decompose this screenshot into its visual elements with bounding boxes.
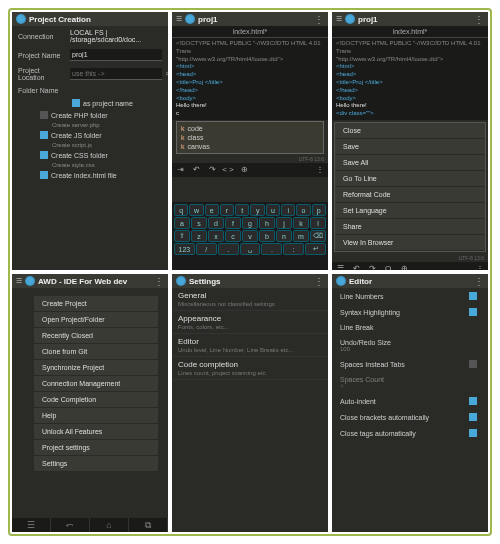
keyboard-key[interactable]: e (205, 204, 219, 216)
keyboard-key[interactable]: i (281, 204, 295, 216)
overflow-icon[interactable]: ⋮ (314, 276, 324, 287)
auto-indent-checkbox[interactable] (469, 397, 477, 405)
menu-item[interactable]: Unlock All Features (34, 424, 158, 440)
tab-icon[interactable]: ☰ (333, 263, 347, 270)
keyboard-key[interactable]: s (191, 217, 207, 229)
settings-item[interactable]: AppearanceFonts, colors, etc... (172, 311, 328, 334)
keyboard-key[interactable]: ⇧ (174, 230, 190, 242)
keyboard-key[interactable]: ␣ (240, 243, 261, 255)
keyboard-key[interactable]: n (276, 230, 292, 242)
menu-item[interactable]: Clone from Git (34, 344, 158, 360)
add-icon[interactable]: ⊕ (397, 263, 411, 270)
keyboard-key[interactable]: y (250, 204, 264, 216)
context-menu-item[interactable]: Save All (335, 155, 485, 171)
menu-item[interactable]: Create Project (34, 296, 158, 312)
keyboard-key[interactable]: h (259, 217, 275, 229)
keyboard-key[interactable]: g (242, 217, 258, 229)
keyboard-key[interactable]: a (174, 217, 190, 229)
spaces-tabs-checkbox[interactable] (469, 360, 477, 368)
keyboard-key[interactable]: u (266, 204, 280, 216)
keyboard-key[interactable]: v (242, 230, 258, 242)
autocomplete-item[interactable]: kcode (179, 124, 321, 133)
file-tab[interactable]: index.html* (172, 26, 328, 38)
keyboard-key[interactable]: . (218, 243, 239, 255)
menu-icon[interactable]: ☰ (336, 15, 342, 23)
keyboard-key[interactable]: ↵ (305, 243, 326, 255)
context-menu-item[interactable]: Share (335, 219, 485, 235)
undo-icon[interactable]: ↶ (349, 263, 363, 270)
menu-icon[interactable]: ☰ (16, 277, 22, 285)
keyboard-key[interactable]: o (296, 204, 310, 216)
keyboard-key[interactable]: c (225, 230, 241, 242)
keyboard-key[interactable]: 123 (174, 243, 195, 255)
more-icon[interactable]: ⋮ (473, 263, 487, 270)
menu-icon[interactable]: ☰ (176, 15, 182, 23)
overflow-icon[interactable]: ⋮ (154, 276, 164, 287)
line-break-label[interactable]: Line Break (340, 324, 373, 331)
close-tags-checkbox[interactable] (469, 429, 477, 437)
overflow-icon[interactable]: ⋮ (474, 14, 484, 25)
add-icon[interactable]: ⊕ (237, 164, 251, 176)
close-brackets-checkbox[interactable] (469, 413, 477, 421)
settings-item[interactable]: Code completionLines count, project scan… (172, 357, 328, 380)
nav-home-icon[interactable]: ⌂ (90, 518, 129, 532)
overflow-icon[interactable]: ⋮ (314, 14, 324, 25)
search-icon[interactable]: ⌕ (166, 69, 168, 79)
keyboard-key[interactable]: . (261, 243, 282, 255)
code-editor[interactable]: <!DOCTYPE HTML PUBLIC "-//W3C//DTD HTML … (172, 38, 328, 120)
keyboard-key[interactable]: b (259, 230, 275, 242)
keyboard-key[interactable]: l (310, 217, 326, 229)
keyboard-key[interactable]: t (235, 204, 249, 216)
keyboard-key[interactable]: k (293, 217, 309, 229)
nav-menu-icon[interactable]: ☰ (12, 518, 51, 532)
create-js-checkbox[interactable] (40, 131, 48, 139)
keyboard-key[interactable]: z (191, 230, 207, 242)
context-menu-item[interactable]: View In Browser (335, 235, 485, 251)
syntax-checkbox[interactable] (469, 308, 477, 316)
keyboard-key[interactable]: p (312, 204, 326, 216)
context-menu-item[interactable]: Go To Line (335, 171, 485, 187)
as-project-name-checkbox[interactable] (72, 99, 80, 107)
keyboard-key[interactable]: f (225, 217, 241, 229)
keyboard-key[interactable]: d (208, 217, 224, 229)
autocomplete-item[interactable]: kcanvas (179, 142, 321, 151)
keyboard-key[interactable]: w (189, 204, 203, 216)
keyboard-key[interactable]: m (293, 230, 309, 242)
menu-item[interactable]: Settings (34, 456, 158, 472)
keyboard-key[interactable]: j (276, 217, 292, 229)
project-location-input[interactable] (70, 68, 162, 80)
create-css-checkbox[interactable] (40, 151, 48, 159)
keyboard-key[interactable]: q (174, 204, 188, 216)
create-html-checkbox[interactable] (40, 171, 48, 179)
overflow-icon[interactable]: ⋮ (474, 276, 484, 287)
keyboard-key[interactable]: r (220, 204, 234, 216)
context-menu-item[interactable]: Reformat Code (335, 187, 485, 203)
project-name-input[interactable] (70, 49, 162, 61)
menu-item[interactable]: Project settings (34, 440, 158, 456)
more-icon[interactable]: ⋮ (313, 164, 327, 176)
nav-recent-icon[interactable]: ⧉ (129, 518, 168, 532)
search-icon[interactable]: Q (381, 263, 395, 270)
code-icon[interactable]: < > (221, 164, 235, 176)
context-menu-item[interactable]: Save (335, 139, 485, 155)
menu-item[interactable]: Connection Management (34, 376, 158, 392)
code-editor[interactable]: <!DOCTYPE HTML PUBLIC "-//W3C//DTD HTML … (332, 38, 488, 120)
context-menu-item[interactable]: Close (335, 123, 485, 139)
line-numbers-checkbox[interactable] (469, 292, 477, 300)
undo-icon[interactable]: ↶ (189, 164, 203, 176)
keyboard-key[interactable]: ⌫ (310, 230, 326, 242)
file-tab[interactable]: index.html* (332, 26, 488, 38)
nav-back-icon[interactable]: ⤺ (51, 518, 90, 532)
menu-item[interactable]: Recently Closed (34, 328, 158, 344)
menu-item[interactable]: Help (34, 408, 158, 424)
menu-item[interactable]: Code Completion (34, 392, 158, 408)
connection-value[interactable]: LOCAL FS | /storage/sdcard0/doc... (70, 29, 162, 43)
autocomplete-item[interactable]: kclass (179, 133, 321, 142)
undo-size-value[interactable]: 100 (340, 346, 350, 352)
keyboard-key[interactable]: : (283, 243, 304, 255)
redo-icon[interactable]: ↷ (205, 164, 219, 176)
keyboard-key[interactable]: / (196, 243, 217, 255)
redo-icon[interactable]: ↷ (365, 263, 379, 270)
menu-item[interactable]: Synchronize Project (34, 360, 158, 376)
menu-item[interactable]: Open Project/Folder (34, 312, 158, 328)
